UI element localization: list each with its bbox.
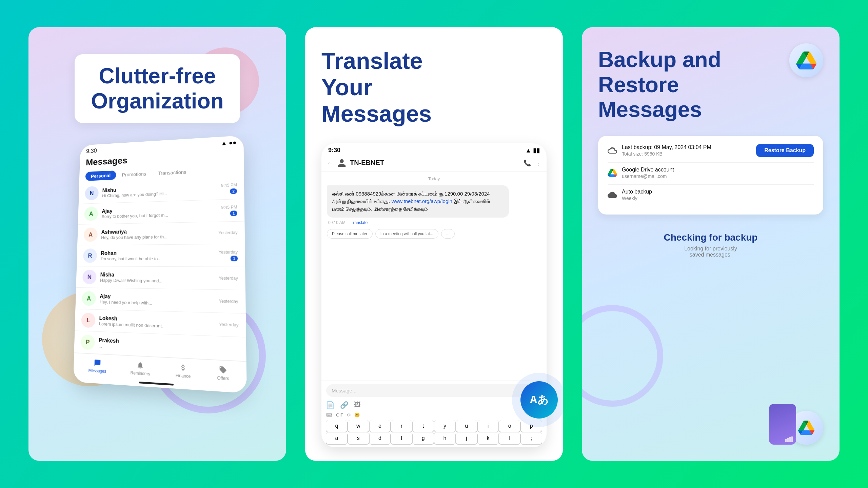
msg-time: 9:45 PM [221,183,237,188]
backup-info-card: Last backup: 09 May, 2024 03:04 PM Total… [598,136,823,215]
blob-purple-ring-3-decoration [582,305,663,407]
key-l[interactable]: l [499,432,520,444]
auto-backup-group: Auto backup Weekly [622,189,814,201]
key-d[interactable]: d [370,432,391,444]
card-3: Backup andRestoreMessages Last backup: 0… [582,27,840,461]
gif-button[interactable]: GIF [336,412,343,418]
key-semi[interactable]: ; [521,432,542,444]
msg-meta: Yesterday 1 [219,250,238,261]
more-icon[interactable]: ⋮ [535,159,541,167]
attach-file-icon[interactable]: 📄 [326,401,335,409]
backup-row-1: Last backup: 09 May, 2024 03:04 PM Total… [608,144,814,157]
msg-content: Lokesh Lorem ipsum mullit non deserunt. [99,315,215,330]
key-q[interactable]: q [326,420,347,432]
nav-messages[interactable]: Messages [88,358,106,374]
chat-date: Today [327,176,541,181]
svg-rect-1 [787,438,789,442]
svg-rect-2 [789,437,791,442]
key-y[interactable]: y [434,420,455,432]
key-u[interactable]: u [456,420,477,432]
backup-text-group: Last backup: 09 May, 2024 03:04 PM Total… [622,144,738,157]
back-icon[interactable]: ← [327,159,334,167]
contact-name: TN-EBNET [350,159,384,167]
tab-transactions[interactable]: Transactions [152,167,192,178]
msg-preview: Happy Diwali! Wishing you and... [100,278,214,284]
table-row[interactable]: N Nisha Happy Diwali! Wishing you and...… [76,266,245,290]
nav-label-reminders: Reminders [130,370,150,377]
key-e[interactable]: e [370,420,391,432]
key-a[interactable]: a [326,432,347,444]
contact-icon [337,158,347,168]
card-1-title-box: Clutter-freeOrganization [75,54,240,123]
msg-content: Ashwariya Hey, do you have any plans for… [101,227,214,240]
backup-row-2: Google Drive account username@mail.com [608,167,814,179]
keyboard-back-icon[interactable]: ⌨ [326,412,333,418]
checking-subtitle: Looking for previouslysaved messages. [598,246,823,258]
auto-backup-value: Weekly [622,196,814,201]
msg-meta: Yesterday [219,299,238,304]
backup-row-3: Auto backup Weekly [608,189,814,201]
translate-button[interactable]: Translate [351,220,368,225]
message-time: 09:10 AM [328,220,346,225]
restore-backup-button[interactable]: Restore Backup [756,144,814,157]
msg-time: Yesterday [218,230,237,236]
nav-offers[interactable]: Offers [217,365,229,381]
key-g[interactable]: g [413,432,434,444]
nav-finance[interactable]: Finance [176,363,191,379]
quick-reply-2[interactable]: In a meeting will call you lat... [375,229,438,239]
auto-backup-label: Auto backup [622,189,814,195]
avatar: R [83,248,97,263]
keyboard-grid: q w e r t y u i o p a s d f g h j [326,419,542,445]
key-i[interactable]: i [478,420,499,432]
nav-reminders[interactable]: Reminders [130,360,150,377]
msg-badge: 1 [230,210,237,216]
status-time-2: 9:30 [328,147,340,154]
gdrive-account-label: Google Drive account [622,167,814,173]
translate-inner-circle: Aあ [520,381,558,419]
reminders-nav-icon [136,361,145,370]
key-j[interactable]: j [456,432,477,444]
msg-time: Yesterday [219,299,238,304]
gdrive-account-value: username@mail.com [622,174,814,179]
translate-float-icon: Aあ [512,373,563,427]
card-1: Clutter-freeOrganization 9:30 ▲ ●● Messa… [28,27,286,461]
svg-rect-0 [785,439,787,442]
quick-reply-more[interactable]: ··· [441,229,455,239]
tab-promotions[interactable]: Promotions [116,169,152,180]
nav-label-messages: Messages [88,368,106,374]
emoji-icon[interactable]: 😊 [354,412,360,418]
key-h[interactable]: h [434,432,455,444]
table-row[interactable]: A Ashwariya Hey, do you have any plans f… [77,222,245,246]
status-icons-1: ▲ ●● [221,139,236,147]
gdrive-mini-svg [798,420,814,436]
gdrive-icon-small [608,168,617,178]
chat-header: ← TN-EBNET 📞 ⋮ [321,156,547,171]
key-r[interactable]: r [391,420,412,432]
message-input[interactable]: Message... [326,384,542,397]
call-icon[interactable]: 📞 [524,159,531,167]
auto-backup-icon [608,190,617,200]
card-2-title: TranslateYourMessages [321,47,547,127]
card-2: TranslateYourMessages 9:30 ▲ ▮▮ ← TN-EBN… [305,27,563,461]
message-link[interactable]: www.tnebnet.org/awp/login [392,198,452,204]
messages-nav-icon [93,358,102,368]
signal-indicator [785,436,793,442]
key-w[interactable]: w [348,420,369,432]
table-row[interactable]: R Rohan I'm sorry, but I won't be able t… [77,244,245,267]
key-s[interactable]: s [348,432,369,444]
attach-link-icon[interactable]: 🔗 [340,401,349,409]
msg-content: Nisha Happy Diwali! Wishing you and... [100,272,214,284]
key-t[interactable]: t [413,420,434,432]
attach-gif-icon[interactable]: 🖼 [354,401,361,409]
key-k[interactable]: k [478,432,499,444]
settings-icon[interactable]: ⚙ [347,412,351,418]
msg-meta: Yesterday [219,322,238,328]
card-3-illustration [769,404,823,445]
attachment-row: 📄 🔗 🖼 [326,400,542,410]
tab-personal[interactable]: Personal [85,170,116,181]
chat-area: Today எஸ்சி எண்.093884929க்கான மின்சாரக்… [321,171,547,381]
key-f[interactable]: f [391,432,412,444]
avatar: P [80,334,95,350]
quick-reply-1[interactable]: Please call me later [327,229,373,239]
offers-nav-icon [218,365,228,375]
